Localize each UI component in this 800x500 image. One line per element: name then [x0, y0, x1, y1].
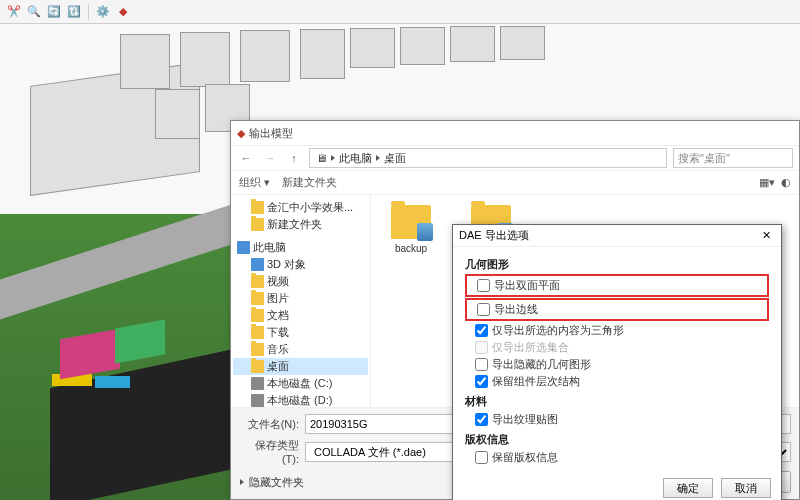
breadcrumb[interactable]: 🖥 此电脑 桌面 [309, 148, 667, 168]
folder-icon [251, 218, 264, 231]
option-label: 导出纹理贴图 [492, 412, 558, 427]
option-checkbox [475, 341, 488, 354]
option-checkbox[interactable] [477, 279, 490, 292]
options-title-text: DAE 导出选项 [459, 228, 529, 243]
folder-icon [251, 326, 264, 339]
organize-button[interactable]: 组织 ▾ [239, 175, 270, 190]
folder-icon [251, 360, 264, 373]
tree-item-label: 金汇中小学效果... [267, 200, 353, 215]
rotate-ccw-icon[interactable]: 🔃 [66, 4, 82, 20]
dialog-titlebar[interactable]: ◆ 输出模型 [231, 121, 799, 145]
drive-icon [251, 377, 264, 390]
dae-options-dialog: DAE 导出选项 ✕ 几何图形导出双面平面导出边线仅导出所选的内容为三角形仅导出… [452, 224, 782, 500]
chevron-right-icon [376, 155, 380, 161]
ruby-icon[interactable]: ◆ [115, 4, 131, 20]
ok-button[interactable]: 确定 [663, 478, 713, 498]
option-label: 导出双面平面 [494, 278, 560, 293]
tree-item[interactable]: 此电脑 [233, 239, 368, 256]
tree-item-label: 本地磁盘 (C:) [267, 376, 332, 391]
option-label: 导出边线 [494, 302, 538, 317]
separator [88, 4, 89, 20]
options-titlebar[interactable]: DAE 导出选项 ✕ [453, 225, 781, 247]
tree-item-label: 下载 [267, 325, 289, 340]
option-label: 仅导出所选的内容为三角形 [492, 323, 624, 338]
option-checkbox[interactable] [475, 451, 488, 464]
folder-icon [391, 205, 431, 239]
file-item[interactable]: backup [381, 205, 441, 254]
option-label: 导出隐藏的几何图形 [492, 357, 591, 372]
tree-item[interactable]: 3D 对象 [233, 256, 368, 273]
dialog-nav-bar: ← → ↑ 🖥 此电脑 桌面 搜索"桌面" [231, 145, 799, 171]
tree-item[interactable]: 文档 [233, 307, 368, 324]
view-icons-button[interactable]: ▦▾ [759, 176, 775, 189]
option-label: 仅导出所选集合 [492, 340, 569, 355]
app-toolbar: ✂️ 🔍 🔄 🔃 ⚙️ ◆ [0, 0, 800, 24]
folder-icon [251, 292, 264, 305]
option-checkbox[interactable] [475, 375, 488, 388]
hide-folders-toggle[interactable]: 隐藏文件夹 [239, 475, 304, 490]
new-folder-button[interactable]: 新建文件夹 [282, 175, 337, 190]
nav-back-icon[interactable]: ← [237, 149, 255, 167]
folder-tree[interactable]: 金汇中小学效果...新建文件夹此电脑3D 对象视频图片文档下载音乐桌面本地磁盘 … [231, 195, 371, 407]
nav-forward-icon[interactable]: → [261, 149, 279, 167]
folder-icon [251, 343, 264, 356]
settings-icon[interactable]: ⚙️ [95, 4, 111, 20]
file-label: backup [395, 243, 427, 254]
tree-item[interactable]: 桌面 [233, 358, 368, 375]
option-checkbox[interactable] [475, 358, 488, 371]
breadcrumb-item[interactable]: 桌面 [384, 151, 406, 166]
tree-item-label: 图片 [267, 291, 289, 306]
filename-label: 文件名(N): [239, 417, 299, 432]
tree-item-label: 此电脑 [253, 240, 286, 255]
tree-item[interactable]: 新建文件夹 [233, 216, 368, 233]
help-icon[interactable]: ◐ [781, 176, 791, 189]
folder-icon [251, 201, 264, 214]
scissors-icon[interactable]: ✂️ [6, 4, 22, 20]
option-checkbox[interactable] [475, 413, 488, 426]
option-row: 保留版权信息 [465, 449, 769, 466]
section-header: 材料 [465, 394, 769, 409]
option-row: 仅导出所选的内容为三角形 [465, 322, 769, 339]
option-checkbox[interactable] [477, 303, 490, 316]
search-input[interactable]: 搜索"桌面" [673, 148, 793, 168]
chevron-up-icon [240, 479, 244, 485]
search-placeholder: 搜索"桌面" [678, 151, 730, 166]
close-icon[interactable]: ✕ [758, 229, 775, 242]
magnifier-icon[interactable]: 🔍 [26, 4, 42, 20]
nav-up-icon[interactable]: ↑ [285, 149, 303, 167]
folder-icon [251, 309, 264, 322]
option-row: 导出隐藏的几何图形 [465, 356, 769, 373]
tree-item[interactable]: 下载 [233, 324, 368, 341]
chevron-right-icon [331, 155, 335, 161]
options-cancel-button[interactable]: 取消 [721, 478, 771, 498]
option-label: 保留组件层次结构 [492, 374, 580, 389]
pc-icon [251, 258, 264, 271]
breadcrumb-item[interactable]: 此电脑 [339, 151, 372, 166]
tree-item[interactable]: 本地磁盘 (D:) [233, 392, 368, 407]
tree-item-label: 新建文件夹 [267, 217, 322, 232]
option-row: 导出双面平面 [467, 277, 767, 294]
option-row: 导出纹理贴图 [465, 411, 769, 428]
option-row: 导出边线 [467, 301, 767, 318]
tree-item[interactable]: 本地磁盘 (C:) [233, 375, 368, 392]
highlight-box: 导出双面平面 [465, 274, 769, 297]
drive-icon [251, 394, 264, 407]
option-label: 保留版权信息 [492, 450, 558, 465]
tree-item-label: 桌面 [267, 359, 289, 374]
tree-item-label: 本地磁盘 (D:) [267, 393, 332, 407]
tree-item[interactable]: 音乐 [233, 341, 368, 358]
savetype-label: 保存类型(T): [239, 438, 299, 465]
option-row: 保留组件层次结构 [465, 373, 769, 390]
tree-item-label: 3D 对象 [267, 257, 306, 272]
rotate-cw-icon[interactable]: 🔄 [46, 4, 62, 20]
tree-item-label: 音乐 [267, 342, 289, 357]
section-header: 几何图形 [465, 257, 769, 272]
tree-item[interactable]: 金汇中小学效果... [233, 199, 368, 216]
dialog-toolbar: 组织 ▾ 新建文件夹 ▦▾ ◐ [231, 171, 799, 195]
tree-item[interactable]: 图片 [233, 290, 368, 307]
option-checkbox[interactable] [475, 324, 488, 337]
tree-item[interactable]: 视频 [233, 273, 368, 290]
tree-item-label: 视频 [267, 274, 289, 289]
option-row: 仅导出所选集合 [465, 339, 769, 356]
tree-item-label: 文档 [267, 308, 289, 323]
